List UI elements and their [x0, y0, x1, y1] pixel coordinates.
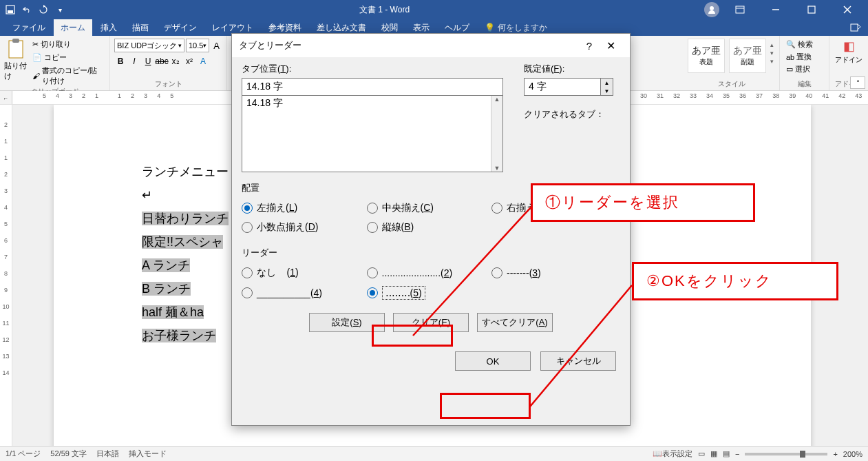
view-print-icon[interactable]: ▦ — [710, 449, 717, 458]
underline-button[interactable]: U — [142, 55, 154, 68]
statusbar: 1/1 ページ 52/59 文字 日本語 挿入モード 📖表示設定 ▭ ▦ ▤ −… — [0, 446, 868, 461]
doc-line[interactable]: half 麺＆ha — [142, 300, 229, 324]
doc-line[interactable]: 日替わりランチ — [142, 207, 229, 230]
font-name-select[interactable]: BIZ UDPゴシック▾ — [114, 39, 184, 52]
close-icon[interactable] — [832, 0, 862, 19]
strike-button[interactable]: abc — [156, 55, 168, 68]
close-icon[interactable]: ✕ — [598, 39, 623, 52]
align-decimal-radio[interactable]: 小数点揃え(D) — [242, 218, 367, 237]
style-down-icon[interactable]: ▾ — [770, 50, 774, 57]
bulb-icon: 💡 — [485, 23, 495, 32]
leader-5-radio[interactable]: ‥‥‥‥(5) — [367, 283, 492, 303]
collapse-ribbon-icon[interactable]: ˄ — [850, 76, 865, 89]
save-icon[interactable] — [6, 5, 15, 14]
scroll-down-icon[interactable]: ▼ — [494, 165, 500, 172]
status-lang[interactable]: 日本語 — [96, 449, 119, 459]
style-heading[interactable]: あア亜表題 — [688, 39, 725, 73]
minimize-icon[interactable] — [761, 0, 791, 19]
tell-me[interactable]: 💡何をしますか — [485, 22, 547, 34]
tab-position-label: タブ位置(T): — [242, 63, 503, 75]
svg-rect-6 — [808, 6, 815, 13]
style-subtitle[interactable]: あア亜副題 — [729, 39, 766, 73]
tab-position-list[interactable]: 14.18 字 ▲▼ — [242, 95, 503, 172]
paste-button[interactable]: 貼り付け — [4, 39, 28, 87]
avatar[interactable] — [704, 2, 719, 17]
subscript-button[interactable]: x₂ — [169, 55, 182, 68]
view-read-icon[interactable]: ▭ — [698, 449, 705, 458]
maximize-icon[interactable] — [796, 0, 827, 19]
tab-draw[interactable]: 描画 — [125, 19, 156, 37]
para-mark: ↵ — [142, 183, 229, 207]
text-effects-icon[interactable]: A — [197, 55, 209, 68]
doc-title[interactable]: ランチメニュー — [142, 160, 229, 183]
status-words[interactable]: 52/59 文字 — [50, 449, 87, 459]
spin-down-icon[interactable]: ▼ — [601, 87, 613, 95]
clipboard-icon — [7, 39, 25, 59]
status-mode[interactable]: 挿入モード — [129, 449, 167, 459]
default-value-input[interactable]: 4 字 — [524, 78, 601, 96]
redo-icon[interactable] — [39, 5, 48, 14]
doc-line[interactable]: B ランチ — [142, 277, 229, 300]
replace-icon: ab — [786, 53, 794, 61]
tab-design[interactable]: デザイン — [157, 19, 204, 37]
copy-button[interactable]: 📄コピー — [30, 52, 105, 63]
align-center-radio[interactable]: 中央揃え(C) — [367, 198, 492, 218]
copy-icon: 📄 — [32, 53, 42, 62]
zoom-slider[interactable] — [745, 453, 827, 455]
spin-up-icon[interactable]: ▲ — [601, 79, 613, 87]
addin-button[interactable]: ◧ アドイン — [834, 39, 864, 65]
ok-button[interactable]: OK — [455, 351, 531, 371]
tab-file[interactable]: ファイル — [6, 19, 52, 37]
doc-line[interactable]: お子様ランチ — [142, 324, 229, 347]
default-spinner[interactable]: ▲▼ — [601, 78, 613, 96]
tab-position-input[interactable] — [242, 78, 503, 96]
bold-button[interactable]: B — [114, 55, 127, 68]
doc-line[interactable]: A ランチ — [142, 254, 229, 277]
share-icon[interactable] — [850, 22, 868, 34]
leader-none-radio[interactable]: なし (1) — [242, 263, 367, 283]
ruler-corner: ⌐ — [0, 91, 12, 105]
group-editing: 編集 — [784, 79, 825, 89]
scroll-up-icon[interactable]: ▲ — [494, 96, 500, 103]
font-size-select[interactable]: 10.5▾ — [186, 39, 209, 52]
cut-button[interactable]: ✂切り取り — [30, 39, 105, 50]
svg-rect-1 — [8, 10, 13, 13]
tab-home[interactable]: ホーム — [54, 19, 92, 37]
style-up-icon[interactable]: ▴ — [770, 41, 774, 48]
addin-icon: ◧ — [843, 39, 855, 54]
vertical-ruler[interactable]: 211234567891011121314 — [0, 105, 12, 446]
qat-dropdown-icon[interactable]: ▾ — [55, 5, 65, 14]
grow-font-icon[interactable]: A — [211, 39, 222, 52]
italic-button[interactable]: I — [128, 55, 140, 68]
replace-button[interactable]: ab置換 — [784, 51, 825, 63]
dialog-title: タブとリーダー — [239, 39, 580, 52]
zoom-out-icon[interactable]: − — [735, 450, 739, 458]
leader-group-label: リーダー — [242, 247, 620, 259]
select-button[interactable]: ▭選択 — [784, 63, 825, 75]
undo-icon[interactable] — [22, 5, 32, 14]
leader-3-radio[interactable]: -------(3) — [491, 263, 617, 283]
help-icon[interactable]: ? — [580, 40, 598, 52]
ribbon-display-icon[interactable] — [725, 0, 755, 19]
find-button[interactable]: 🔍検索 — [784, 39, 825, 50]
leader-2-radio[interactable]: ......................(2) — [367, 263, 492, 283]
superscript-button[interactable]: x² — [183, 55, 195, 68]
clear-button[interactable]: クリア(E) — [393, 313, 469, 332]
zoom-in-icon[interactable]: + — [833, 450, 837, 458]
align-bar-radio[interactable]: 縦線(B) — [367, 218, 492, 237]
status-page[interactable]: 1/1 ページ — [6, 449, 41, 459]
status-view[interactable]: 📖表示設定 — [653, 449, 692, 459]
doc-line[interactable]: 限定!!スペシャ — [142, 230, 229, 254]
zoom-value[interactable]: 200% — [843, 450, 862, 458]
window-title: 文書 1 - Word — [65, 4, 704, 16]
set-button[interactable]: 設定(S) — [309, 313, 385, 332]
align-left-radio[interactable]: 左揃え(L) — [242, 198, 367, 218]
style-more-icon[interactable]: ▾ — [770, 58, 774, 65]
tab-insert[interactable]: 挿入 — [94, 19, 124, 37]
cancel-button[interactable]: キャンセル — [540, 351, 616, 371]
leader-4-radio[interactable]: __________(4) — [242, 283, 367, 303]
clear-all-button[interactable]: すべてクリア(A) — [477, 313, 553, 332]
view-web-icon[interactable]: ▤ — [723, 449, 730, 458]
format-painter-button[interactable]: 🖌書式のコピー/貼り付け — [30, 65, 105, 87]
svg-rect-9 — [851, 24, 858, 31]
